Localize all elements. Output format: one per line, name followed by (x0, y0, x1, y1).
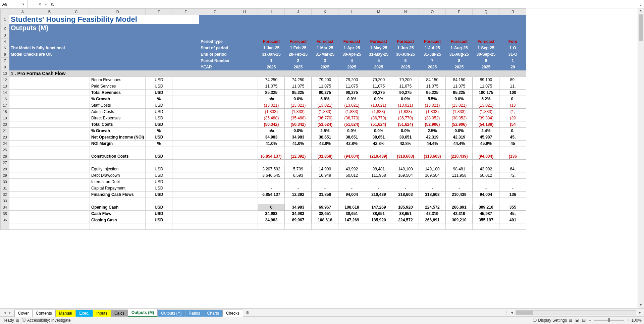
data-cell[interactable]: 38,651 (392, 134, 419, 141)
data-cell[interactable]: (13 (499, 102, 526, 109)
row-header-31[interactable]: 31 (1, 185, 9, 192)
data-cell[interactable]: 11,075 (365, 83, 392, 90)
data-cell[interactable]: (51,624) (365, 121, 392, 128)
expand-formula-icon[interactable]: ⌄ (637, 2, 644, 7)
data-cell[interactable]: 210,439 (446, 192, 473, 198)
cell[interactable] (146, 39, 172, 45)
data-cell[interactable]: - (258, 185, 285, 192)
data-cell[interactable]: 95,225 (446, 90, 473, 96)
cell[interactable] (9, 102, 36, 109)
row-header-36[interactable]: 36 (1, 217, 9, 223)
cell[interactable] (199, 217, 231, 223)
data-cell[interactable]: 355,197 (473, 217, 499, 223)
data-cell[interactable]: 149,100 (419, 166, 446, 172)
cell[interactable] (146, 58, 172, 64)
data-cell[interactable]: 34,983 (258, 217, 285, 223)
cell[interactable] (338, 223, 365, 230)
data-cell[interactable]: 45, (499, 134, 526, 141)
data-cell[interactable]: (31,858) (312, 153, 338, 160)
cell[interactable] (172, 39, 199, 45)
cell[interactable] (63, 77, 90, 83)
data-cell[interactable]: 34,983 (285, 211, 312, 217)
data-cell[interactable]: 100 (499, 90, 526, 96)
cell[interactable] (446, 32, 473, 39)
row-header-23[interactable]: 23 (1, 134, 9, 141)
cell[interactable] (231, 204, 258, 211)
cell[interactable] (63, 223, 90, 230)
cell[interactable] (63, 147, 90, 153)
data-cell[interactable]: - (392, 185, 419, 192)
cell[interactable] (172, 160, 199, 166)
cancel-icon[interactable]: ✕ (36, 2, 43, 7)
cell[interactable] (36, 166, 63, 172)
data-cell[interactable]: (210,439) (446, 153, 473, 160)
col-header-A[interactable]: A (9, 9, 36, 15)
data-cell[interactable]: 79,200 (338, 77, 365, 83)
cell[interactable] (172, 166, 199, 172)
cell[interactable] (172, 217, 199, 223)
cell[interactable] (258, 198, 285, 204)
cell[interactable] (146, 45, 172, 51)
cell[interactable] (172, 121, 199, 128)
cell[interactable] (63, 217, 90, 223)
cell[interactable] (36, 147, 63, 153)
cell[interactable] (258, 15, 285, 24)
scroll-down-icon[interactable]: ▼ (638, 303, 644, 308)
data-cell[interactable]: 45.9% (473, 141, 499, 147)
cell[interactable] (231, 192, 258, 198)
cell[interactable] (231, 223, 258, 230)
data-cell[interactable]: (1,833) (473, 109, 499, 115)
cell[interactable] (312, 223, 338, 230)
cell[interactable] (63, 166, 90, 172)
cell[interactable] (473, 15, 499, 24)
cell[interactable] (231, 39, 258, 45)
data-cell[interactable]: 169,504 (419, 172, 446, 179)
cell[interactable] (172, 128, 199, 134)
cell[interactable] (446, 147, 473, 153)
cell[interactable] (365, 160, 392, 166)
accessibility-icon[interactable]: ⓘ (22, 317, 26, 323)
tab-nav[interactable]: ◄ ► (0, 311, 14, 315)
data-cell[interactable]: 38,651 (312, 211, 338, 217)
cell[interactable] (446, 198, 473, 204)
cell[interactable] (199, 192, 231, 198)
data-cell[interactable]: 79,200 (392, 77, 419, 83)
cell[interactable] (36, 185, 63, 192)
data-cell[interactable]: 72, (499, 172, 526, 179)
col-header-J[interactable]: J (285, 9, 312, 15)
cell[interactable] (63, 109, 90, 115)
data-cell[interactable]: (38,052) (419, 115, 446, 121)
cell[interactable] (9, 77, 36, 83)
cell[interactable] (172, 64, 199, 70)
cell[interactable] (312, 32, 338, 39)
data-cell[interactable]: (1,833) (285, 109, 312, 115)
sheet-tab-manual[interactable]: Manual (55, 310, 76, 317)
cell[interactable] (172, 172, 199, 179)
cell[interactable] (36, 217, 63, 223)
data-cell[interactable]: (13,021) (285, 102, 312, 109)
cell[interactable] (63, 153, 90, 160)
fx-icon[interactable]: fx (50, 2, 58, 7)
data-cell[interactable]: 90,275 (392, 90, 419, 96)
cell[interactable] (231, 45, 258, 51)
cell[interactable] (146, 198, 172, 204)
data-cell[interactable]: n/a (258, 128, 285, 134)
cell[interactable] (231, 128, 258, 134)
data-cell[interactable]: 79,200 (312, 77, 338, 83)
data-cell[interactable]: (50,342) (258, 121, 285, 128)
data-cell[interactable]: 6,854,137 (258, 192, 285, 198)
data-cell[interactable]: 169,504 (392, 172, 419, 179)
cell[interactable] (36, 134, 63, 141)
data-cell[interactable]: (51,624) (312, 121, 338, 128)
col-header-C[interactable]: C (63, 9, 90, 15)
cell[interactable] (90, 147, 146, 153)
data-cell[interactable]: 42,319 (446, 211, 473, 217)
data-cell[interactable]: (35,488) (258, 115, 285, 121)
cell[interactable] (9, 32, 36, 39)
data-cell[interactable]: 34,983 (258, 211, 285, 217)
cell[interactable] (199, 115, 231, 121)
cell[interactable] (90, 160, 146, 166)
data-cell[interactable]: 0.0% (285, 96, 312, 102)
cell[interactable] (473, 160, 499, 166)
cell[interactable] (199, 147, 231, 153)
